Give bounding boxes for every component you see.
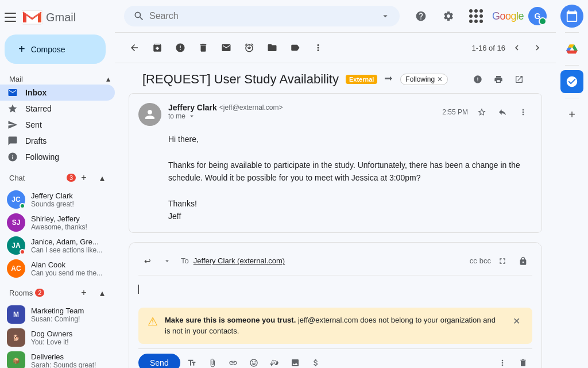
search-dropdown-icon[interactable] — [380, 11, 390, 21]
open-new-window-button[interactable] — [510, 70, 528, 89]
snooze-button[interactable] — [239, 37, 260, 58]
emoji-icon — [249, 358, 258, 367]
mail-section-toggle[interactable]: Mail ▴ — [0, 73, 115, 85]
chat-header-actions: + ▴ — [76, 170, 110, 186]
warning-box: ⚠ Make sure this is someone you trust. j… — [138, 308, 532, 344]
sender-avatar-icon — [143, 108, 157, 121]
reply-more-button[interactable] — [493, 354, 512, 368]
chat-section-label: Chat — [9, 174, 64, 182]
add-app-button[interactable]: + — [560, 103, 583, 126]
to-dropdown-icon[interactable] — [188, 112, 196, 120]
photo-button[interactable] — [286, 354, 304, 368]
tasks-app-icon[interactable] — [560, 70, 583, 93]
nav-item-starred[interactable]: Starred — [0, 101, 115, 117]
hamburger-menu[interactable] — [5, 12, 16, 23]
reply-toolbar-right — [493, 354, 532, 368]
print-icon — [494, 75, 503, 84]
chat-item-alan[interactable]: AC Alan Cook Can you send me the... — [0, 257, 115, 280]
room-info-deliveries: Deliveries Sarah: Sounds great! — [31, 352, 110, 369]
room-item-dog-owners[interactable]: 🐕 Dog Owners You: Love it! — [0, 326, 115, 349]
prev-page-button[interactable] — [508, 39, 526, 57]
dollar-icon — [311, 358, 320, 367]
emoji-button[interactable] — [245, 354, 263, 368]
external-tag: External — [346, 75, 377, 84]
chat-item-shirley[interactable]: SJ Shirley, Jeffery Awesome, thanks! — [0, 211, 115, 234]
right-panel: + — [556, 0, 588, 368]
label-button[interactable] — [285, 37, 305, 58]
profile-avatar[interactable]: G — [528, 7, 547, 25]
chat-item-jeffery[interactable]: JC Jeffery Clark Sounds great! — [0, 188, 115, 211]
warning-close-button[interactable]: ✕ — [509, 315, 523, 328]
next-page-button[interactable] — [528, 39, 547, 57]
format-text-icon — [187, 358, 196, 367]
compose-plus-icon: + — [18, 43, 25, 56]
help-button[interactable] — [409, 5, 432, 28]
more-message-button[interactable] — [514, 103, 532, 121]
back-button[interactable] — [124, 37, 145, 58]
archive-icon — [152, 43, 163, 53]
reply-dropdown-button[interactable] — [158, 252, 176, 270]
format-text-button[interactable] — [183, 354, 201, 368]
star-message-button[interactable] — [473, 103, 491, 121]
calendar-app-icon[interactable] — [560, 5, 583, 28]
send-button[interactable]: Send — [138, 354, 180, 368]
compose-button[interactable]: + Compose — [5, 34, 106, 64]
archive-button[interactable] — [147, 37, 168, 58]
more-options-button[interactable] — [307, 354, 325, 368]
delete-icon — [198, 43, 208, 53]
move-button[interactable] — [262, 37, 283, 58]
attach-button[interactable] — [203, 354, 222, 368]
email-subject-row: [REQUEST] User Study Availability Extern… — [129, 63, 542, 93]
bcc-label[interactable]: bcc — [479, 256, 491, 265]
link-button[interactable] — [224, 354, 242, 368]
email-scroll-area: [REQUEST] User Study Availability Extern… — [115, 63, 556, 368]
more-button[interactable] — [308, 37, 328, 58]
settings-button[interactable] — [437, 5, 460, 28]
room-item-deliveries[interactable]: 📦 Deliveries Sarah: Sounds great! — [0, 349, 115, 368]
body-thanks: Thanks! — [168, 197, 532, 210]
room-preview-dog: You: Love it! — [31, 338, 110, 346]
cc-label[interactable]: cc — [470, 256, 477, 265]
chat-item-janice[interactable]: JA Janice, Adam, Gre... Can I see action… — [0, 234, 115, 257]
apps-button[interactable] — [465, 5, 488, 28]
spam-button[interactable] — [170, 37, 191, 58]
inbox-icon — [7, 87, 18, 98]
star-icon — [477, 108, 486, 117]
body-main: Thanks for being available to participat… — [168, 159, 532, 185]
room-avatar-marketing: M — [7, 305, 25, 324]
following-tag-close[interactable]: ✕ — [437, 75, 443, 83]
body-signature: Jeff — [168, 210, 532, 223]
chat-collapse-button[interactable]: ▴ — [94, 170, 110, 186]
drive-button[interactable] — [265, 354, 284, 368]
lock-icon — [519, 256, 528, 266]
delete-button[interactable] — [193, 37, 214, 58]
room-name-marketing: Marketing Team — [31, 306, 110, 315]
online-status-jeffery — [20, 203, 25, 209]
lock-reply-button[interactable] — [514, 252, 532, 270]
nav-item-following[interactable]: Following — [0, 149, 115, 165]
reply-button[interactable] — [493, 103, 512, 121]
drive-app-icon[interactable] — [560, 37, 583, 60]
chat-add-button[interactable]: + — [76, 170, 92, 186]
nav-item-sent[interactable]: Sent — [0, 117, 115, 133]
mark-read-button[interactable] — [216, 37, 237, 58]
reply-direction-button[interactable]: ↩ — [138, 252, 157, 270]
following-tag[interactable]: Following ✕ — [400, 74, 448, 85]
reply-box: ↩ To Jeffery Clark (external.com) cc bcc — [129, 242, 542, 368]
rooms-add-button[interactable]: + — [76, 285, 92, 301]
more-message-icon — [519, 108, 528, 117]
search-input[interactable] — [149, 11, 376, 21]
chat-preview-alan: Can you send me the... — [31, 269, 110, 277]
discard-button[interactable] — [514, 354, 532, 368]
nav-item-drafts[interactable]: Drafts — [0, 133, 115, 149]
reply-to-value[interactable]: Jeffery Clark (external.com) — [194, 256, 285, 265]
chat-avatar-shirley: SJ — [7, 213, 25, 232]
print-button[interactable] — [489, 70, 508, 89]
room-item-marketing[interactable]: M Marketing Team Susan: Coming! — [0, 303, 115, 326]
nav-item-inbox[interactable]: Inbox — [0, 85, 115, 101]
warning-text: Make sure this is someone you trust. jef… — [165, 315, 502, 337]
subject-more-button[interactable] — [469, 70, 487, 89]
expand-reply-button[interactable] — [493, 252, 512, 270]
rooms-collapse-button[interactable]: ▴ — [94, 285, 110, 301]
reply-body[interactable] — [138, 280, 532, 303]
